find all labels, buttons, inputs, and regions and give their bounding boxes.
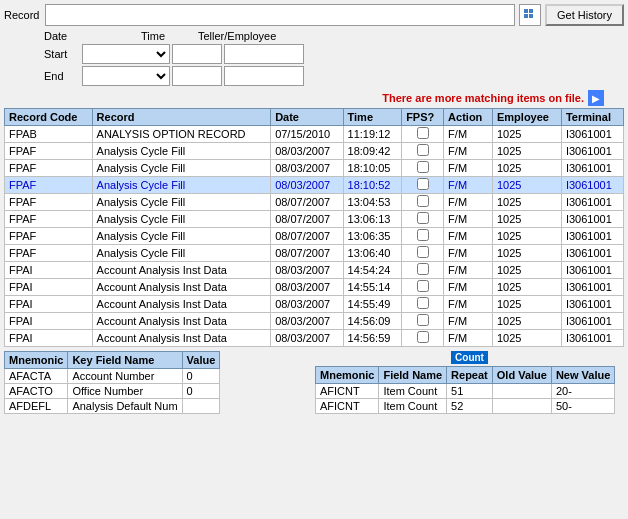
cell-code: FPAI — [5, 279, 93, 296]
end-date-select[interactable] — [82, 66, 170, 86]
start-time-input[interactable] — [172, 44, 222, 64]
get-history-button[interactable]: Get History — [545, 4, 624, 26]
col-header-employee: Employee — [492, 109, 561, 126]
table-row[interactable]: FPAF Analysis Cycle Fill 08/07/2007 13:0… — [5, 245, 624, 262]
table-row[interactable]: FPAF Analysis Cycle Fill 08/03/2007 18:1… — [5, 160, 624, 177]
cell-fps[interactable] — [402, 279, 444, 296]
cell-fps[interactable] — [402, 228, 444, 245]
cell-fps[interactable] — [402, 126, 444, 143]
cell-fps[interactable] — [402, 143, 444, 160]
cell-action: F/M — [444, 126, 493, 143]
cell-fps[interactable] — [402, 211, 444, 228]
cell-time: 13:04:53 — [343, 194, 402, 211]
bl-mnemonic: AFACTA — [5, 369, 68, 384]
cell-code: FPAF — [5, 211, 93, 228]
cell-date: 08/03/2007 — [271, 330, 343, 347]
bl-value — [182, 399, 220, 414]
record-label: Record — [4, 9, 39, 21]
cell-fps[interactable] — [402, 313, 444, 330]
cell-employee: 1025 — [492, 262, 561, 279]
start-emp-input[interactable] — [224, 44, 304, 64]
table-row[interactable]: FPAI Account Analysis Inst Data 08/03/20… — [5, 262, 624, 279]
cell-action: F/M — [444, 228, 493, 245]
cell-employee: 1025 — [492, 211, 561, 228]
br-mnemonic: AFICNT — [316, 384, 379, 399]
br-col-repeat: Repeat — [447, 367, 493, 384]
col-header-terminal: Terminal — [561, 109, 623, 126]
col-header-record: Record — [92, 109, 271, 126]
employee-column-label: Teller/Employee — [198, 30, 276, 42]
cell-record: Analysis Cycle Fill — [92, 211, 271, 228]
cell-fps[interactable] — [402, 245, 444, 262]
cell-employee: 1025 — [492, 228, 561, 245]
table-row[interactable]: FPAF Analysis Cycle Fill 08/03/2007 18:1… — [5, 177, 624, 194]
list-item: AFACTA Account Number 0 — [5, 369, 220, 384]
cell-time: 13:06:13 — [343, 211, 402, 228]
table-row[interactable]: FPAB ANALYSIS OPTION RECORD 07/15/2010 1… — [5, 126, 624, 143]
bl-mnemonic: AFDEFL — [5, 399, 68, 414]
cell-date: 08/03/2007 — [271, 160, 343, 177]
br-new-value: 20- — [551, 384, 614, 399]
cell-time: 11:19:12 — [343, 126, 402, 143]
cell-action: F/M — [444, 177, 493, 194]
svg-rect-3 — [529, 14, 533, 18]
cell-action: F/M — [444, 262, 493, 279]
list-item: AFICNT Item Count 51 20- — [316, 384, 615, 399]
cell-record: Account Analysis Inst Data — [92, 296, 271, 313]
list-item: AFICNT Item Count 52 50- — [316, 399, 615, 414]
table-row[interactable]: FPAF Analysis Cycle Fill 08/07/2007 13:0… — [5, 194, 624, 211]
cell-date: 08/03/2007 — [271, 262, 343, 279]
table-row[interactable]: FPAF Analysis Cycle Fill 08/07/2007 13:0… — [5, 228, 624, 245]
cell-employee: 1025 — [492, 177, 561, 194]
start-date-select[interactable] — [82, 44, 170, 64]
cell-fps[interactable] — [402, 194, 444, 211]
grid-icon-button[interactable] — [519, 4, 541, 26]
cell-employee: 1025 — [492, 330, 561, 347]
cell-record: Account Analysis Inst Data — [92, 279, 271, 296]
next-page-button[interactable]: ▶ — [588, 90, 604, 106]
cell-terminal: I3061001 — [561, 296, 623, 313]
col-header-time: Time — [343, 109, 402, 126]
bl-col-value: Value — [182, 352, 220, 369]
bottom-left-table: Mnemonic Key Field Name Value AFACTA Acc… — [4, 351, 220, 414]
cell-code: FPAF — [5, 177, 93, 194]
col-header-date: Date — [271, 109, 343, 126]
cell-terminal: I3061001 — [561, 177, 623, 194]
br-old-value — [492, 399, 551, 414]
cell-fps[interactable] — [402, 330, 444, 347]
table-row[interactable]: FPAI Account Analysis Inst Data 08/03/20… — [5, 296, 624, 313]
cell-date: 07/15/2010 — [271, 126, 343, 143]
br-field-name: Item Count — [379, 399, 447, 414]
end-time-input[interactable] — [172, 66, 222, 86]
br-col-mnemonic: Mnemonic — [316, 367, 379, 384]
cell-time: 14:56:59 — [343, 330, 402, 347]
cell-time: 13:06:35 — [343, 228, 402, 245]
table-row[interactable]: FPAF Analysis Cycle Fill 08/03/2007 18:0… — [5, 143, 624, 160]
table-row[interactable]: FPAI Account Analysis Inst Data 08/03/20… — [5, 330, 624, 347]
cell-time: 18:09:42 — [343, 143, 402, 160]
cell-date: 08/03/2007 — [271, 279, 343, 296]
cell-terminal: I3061001 — [561, 330, 623, 347]
cell-fps[interactable] — [402, 177, 444, 194]
record-input[interactable] — [45, 4, 515, 26]
cell-fps[interactable] — [402, 262, 444, 279]
cell-terminal: I3061001 — [561, 126, 623, 143]
br-repeat: 51 — [447, 384, 493, 399]
cell-record: Account Analysis Inst Data — [92, 330, 271, 347]
table-row[interactable]: FPAI Account Analysis Inst Data 08/03/20… — [5, 313, 624, 330]
br-field-name: Item Count — [379, 384, 447, 399]
table-row[interactable]: FPAF Analysis Cycle Fill 08/07/2007 13:0… — [5, 211, 624, 228]
cell-fps[interactable] — [402, 296, 444, 313]
cell-action: F/M — [444, 160, 493, 177]
table-row[interactable]: FPAI Account Analysis Inst Data 08/03/20… — [5, 279, 624, 296]
end-emp-input[interactable] — [224, 66, 304, 86]
cell-code: FPAF — [5, 194, 93, 211]
list-item: AFDEFL Analysis Default Num — [5, 399, 220, 414]
br-col-old-value: Old Value — [492, 367, 551, 384]
cell-action: F/M — [444, 330, 493, 347]
br-col-new-value: New Value — [551, 367, 614, 384]
cell-fps[interactable] — [402, 160, 444, 177]
cell-date: 08/07/2007 — [271, 194, 343, 211]
bottom-right-table: Mnemonic Field Name Repeat Old Value New… — [315, 366, 615, 414]
cell-employee: 1025 — [492, 194, 561, 211]
